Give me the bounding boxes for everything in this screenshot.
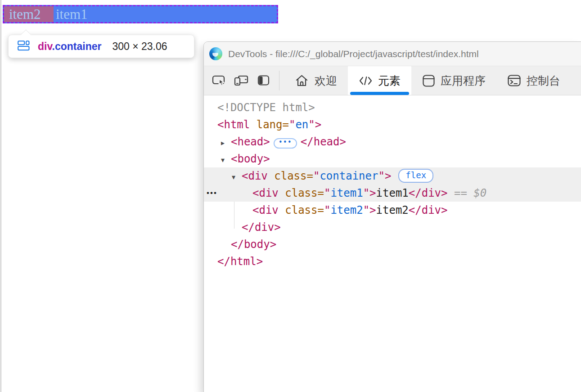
- code-token: [279, 187, 285, 199]
- code-token: [279, 204, 285, 216]
- code-token: class=: [274, 170, 313, 182]
- code-token: class=: [285, 187, 324, 199]
- tab-application-label: 应用程序: [441, 73, 486, 88]
- elements-tree-panel: <!DOCTYPE html><html lang="en">▸<head>••…: [204, 95, 581, 392]
- code-token: container: [320, 170, 378, 182]
- inspect-cursor-icon: [212, 74, 226, 87]
- dom-tree-row[interactable]: ▾<div class="container">flex: [204, 167, 581, 185]
- code-token: class=: [285, 204, 324, 216]
- element-info-tooltip: div.container 300 × 23.06: [8, 35, 194, 58]
- code-token: ": [378, 170, 384, 182]
- code-token: </body>: [231, 238, 276, 251]
- code-token: <body>: [231, 153, 270, 165]
- item1-text: item1: [56, 6, 88, 22]
- code-token: lang=: [257, 118, 289, 131]
- page-left-edge-line: [0, 0, 1, 392]
- dom-tree-row[interactable]: •••<div class="item1">item1</div> == $0: [204, 185, 581, 202]
- devtools-titlebar: DevTools - file:///C:/_global/Project/ja…: [204, 42, 581, 66]
- code-token: </head>: [301, 135, 346, 148]
- expand-arrow-icon[interactable]: ▸: [221, 135, 231, 152]
- tab-application[interactable]: 应用程序: [411, 66, 496, 95]
- dom-tree-row[interactable]: </body>: [204, 236, 581, 253]
- inspect-element-button[interactable]: [207, 66, 230, 95]
- dom-tree-row[interactable]: ▸<head>•••</head>: [204, 133, 581, 150]
- item2-text: item2: [9, 6, 41, 22]
- device-toolbar-icon: [234, 75, 248, 86]
- dom-tree-row[interactable]: <html lang="en">: [204, 116, 581, 133]
- code-token: en: [295, 118, 308, 131]
- tooltip-tag-name: div: [38, 41, 52, 52]
- code-token: </html>: [217, 255, 263, 268]
- flex-badge[interactable]: flex: [398, 169, 433, 183]
- code-token: [268, 170, 274, 182]
- code-token: item2: [376, 204, 409, 216]
- code-brackets-icon: [359, 75, 373, 86]
- expand-arrow-icon[interactable]: ▾: [232, 169, 242, 186]
- code-token: <div: [242, 170, 268, 182]
- code-token: <div: [252, 187, 279, 199]
- tab-welcome-label: 欢迎: [315, 73, 337, 88]
- code-token: $0: [473, 187, 486, 199]
- code-token: [250, 118, 256, 131]
- code-token: >: [385, 170, 391, 182]
- code-token: ": [324, 187, 330, 199]
- code-token: <html: [217, 118, 250, 131]
- code-token: <div: [252, 204, 279, 216]
- edge-logo-icon: [209, 47, 222, 60]
- dock-side-button[interactable]: [252, 66, 275, 95]
- dom-tree-row[interactable]: ▾<body>: [204, 150, 581, 167]
- code-token: <!DOCTYPE html>: [217, 101, 315, 114]
- code-token: item1: [376, 187, 409, 199]
- console-icon: [507, 74, 521, 87]
- code-token: >: [369, 187, 376, 199]
- tab-welcome[interactable]: 欢迎: [284, 66, 348, 95]
- dom-tree-row[interactable]: <!DOCTYPE html>: [204, 99, 581, 116]
- tab-console[interactable]: 控制台: [496, 66, 571, 95]
- code-token: item1: [330, 187, 363, 199]
- code-token: ": [313, 170, 320, 182]
- devtools-toolbar: 欢迎 元素 应用程序 控制台: [204, 66, 581, 95]
- code-token: >: [315, 118, 321, 131]
- code-token: ": [363, 187, 369, 199]
- tooltip-dimensions: 300 × 23.06: [112, 41, 167, 53]
- tab-elements[interactable]: 元素: [348, 66, 411, 95]
- toolbar-separator: [279, 71, 279, 90]
- home-icon: [294, 74, 309, 87]
- code-token: >: [369, 204, 376, 216]
- code-token: [448, 187, 454, 199]
- code-token: ==: [454, 187, 467, 199]
- code-token: </div>: [242, 221, 281, 234]
- tab-elements-label: 元素: [378, 73, 401, 88]
- code-token: ": [363, 204, 369, 216]
- code-token: ": [324, 204, 330, 216]
- tab-console-label: 控制台: [527, 73, 560, 88]
- dock-left-icon: [257, 75, 270, 86]
- dom-tree-row[interactable]: <div class="item2">item2</div>: [204, 202, 581, 219]
- code-token: ": [289, 118, 295, 131]
- tooltip-selector: div.container: [38, 41, 101, 53]
- dom-tree-row[interactable]: </div>: [204, 219, 581, 236]
- code-token: </div>: [409, 204, 448, 216]
- code-token: item2: [330, 204, 363, 216]
- tooltip-class-name: .container: [52, 41, 102, 52]
- dom-tree-row[interactable]: </html>: [204, 253, 581, 270]
- application-window-icon: [422, 74, 435, 87]
- devtools-window-title: DevTools - file:///C:/_global/Project/ja…: [228, 49, 479, 59]
- browser-content: { "page": { "highlight": { "item2_label"…: [0, 0, 581, 392]
- more-actions-icon[interactable]: •••: [207, 185, 217, 202]
- code-token: ": [308, 118, 315, 131]
- code-token: </div>: [409, 187, 448, 199]
- active-tab-underline: [350, 92, 409, 95]
- device-emulation-button[interactable]: [230, 66, 252, 95]
- inline-expand-button[interactable]: •••: [274, 138, 297, 149]
- code-token: [467, 187, 473, 199]
- flex-container-highlight: item2 item1: [3, 5, 278, 23]
- code-token: <head>: [231, 135, 270, 148]
- expand-arrow-icon[interactable]: ▾: [221, 152, 231, 169]
- devtools-window: DevTools - file:///C:/_global/Project/ja…: [203, 41, 581, 392]
- flex-layout-icon: [18, 41, 30, 53]
